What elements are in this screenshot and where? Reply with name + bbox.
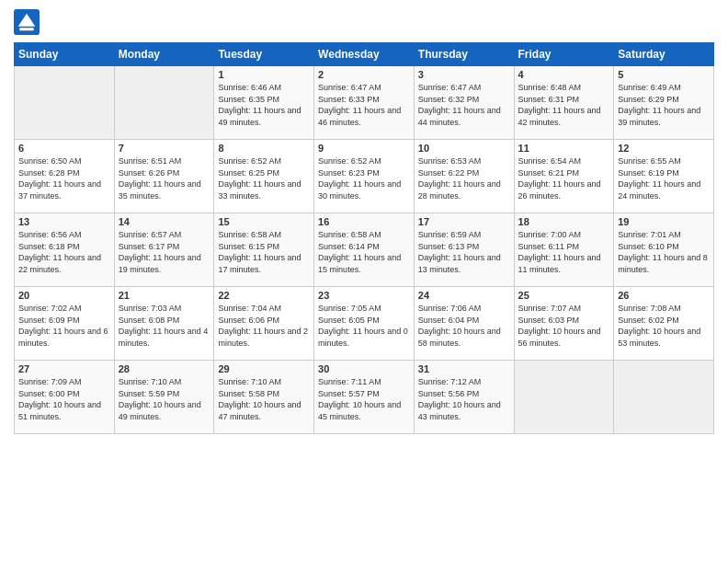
day-number: 13 (18, 216, 110, 227)
day-number: 31 (418, 363, 510, 374)
day-info: Sunrise: 6:56 AM Sunset: 6:18 PM Dayligh… (18, 229, 110, 275)
calendar-cell: 10Sunrise: 6:53 AM Sunset: 6:22 PM Dayli… (414, 140, 514, 213)
day-info: Sunrise: 6:52 AM Sunset: 6:25 PM Dayligh… (218, 155, 310, 201)
day-number: 20 (18, 290, 110, 301)
day-info: Sunrise: 7:10 AM Sunset: 5:58 PM Dayligh… (218, 376, 310, 422)
day-number: 14 (119, 216, 210, 227)
day-number: 3 (418, 69, 510, 80)
day-number: 17 (418, 216, 510, 227)
day-info: Sunrise: 6:58 AM Sunset: 6:14 PM Dayligh… (318, 229, 410, 275)
header-day: Wednesday (314, 43, 415, 66)
day-number: 8 (218, 143, 310, 154)
header-day: Monday (114, 43, 214, 66)
calendar-cell: 9Sunrise: 6:52 AM Sunset: 6:23 PM Daylig… (314, 140, 415, 213)
calendar-cell: 25Sunrise: 7:07 AM Sunset: 6:03 PM Dayli… (514, 287, 614, 361)
header-day: Saturday (614, 43, 714, 66)
day-number: 26 (618, 290, 710, 301)
logo (14, 9, 43, 35)
calendar-cell: 24Sunrise: 7:06 AM Sunset: 6:04 PM Dayli… (414, 287, 514, 361)
day-info: Sunrise: 6:52 AM Sunset: 6:23 PM Dayligh… (318, 155, 410, 201)
day-info: Sunrise: 7:05 AM Sunset: 6:05 PM Dayligh… (318, 303, 410, 349)
day-info: Sunrise: 7:12 AM Sunset: 5:56 PM Dayligh… (418, 376, 510, 422)
header-day: Friday (514, 43, 614, 66)
day-info: Sunrise: 7:09 AM Sunset: 6:00 PM Dayligh… (18, 376, 110, 422)
day-number: 4 (518, 69, 610, 80)
calendar-cell: 1Sunrise: 6:46 AM Sunset: 6:35 PM Daylig… (214, 66, 314, 140)
calendar-cell: 22Sunrise: 7:04 AM Sunset: 6:06 PM Dayli… (214, 287, 314, 361)
day-info: Sunrise: 6:47 AM Sunset: 6:33 PM Dayligh… (318, 82, 410, 128)
day-number: 25 (518, 290, 610, 301)
calendar-cell: 6Sunrise: 6:50 AM Sunset: 6:28 PM Daylig… (15, 140, 115, 213)
calendar-week-row: 27Sunrise: 7:09 AM Sunset: 6:00 PM Dayli… (15, 361, 714, 434)
calendar-cell: 12Sunrise: 6:55 AM Sunset: 6:19 PM Dayli… (614, 140, 714, 213)
calendar-cell: 4Sunrise: 6:48 AM Sunset: 6:31 PM Daylig… (514, 66, 614, 140)
day-number: 2 (318, 69, 410, 80)
day-info: Sunrise: 6:55 AM Sunset: 6:19 PM Dayligh… (618, 155, 710, 201)
calendar-cell: 21Sunrise: 7:03 AM Sunset: 6:08 PM Dayli… (114, 287, 214, 361)
calendar-cell (514, 361, 614, 434)
day-number: 1 (218, 69, 310, 80)
logo-icon (14, 9, 40, 35)
calendar-week-row: 13Sunrise: 6:56 AM Sunset: 6:18 PM Dayli… (15, 213, 714, 287)
day-info: Sunrise: 6:48 AM Sunset: 6:31 PM Dayligh… (518, 82, 610, 128)
day-info: Sunrise: 7:00 AM Sunset: 6:11 PM Dayligh… (518, 229, 610, 275)
calendar-cell: 3Sunrise: 6:47 AM Sunset: 6:32 PM Daylig… (414, 66, 514, 140)
day-info: Sunrise: 6:53 AM Sunset: 6:22 PM Dayligh… (418, 155, 510, 201)
day-number: 10 (418, 143, 510, 154)
header (14, 9, 714, 35)
day-number: 22 (218, 290, 310, 301)
day-number: 23 (318, 290, 410, 301)
day-info: Sunrise: 6:59 AM Sunset: 6:13 PM Dayligh… (418, 229, 510, 275)
svg-rect-2 (19, 28, 34, 30)
day-number: 18 (518, 216, 610, 227)
calendar-cell: 14Sunrise: 6:57 AM Sunset: 6:17 PM Dayli… (114, 213, 214, 287)
day-number: 24 (418, 290, 510, 301)
header-day: Thursday (414, 43, 514, 66)
calendar-cell: 29Sunrise: 7:10 AM Sunset: 5:58 PM Dayli… (214, 361, 314, 434)
calendar-cell (614, 361, 714, 434)
day-info: Sunrise: 6:46 AM Sunset: 6:35 PM Dayligh… (218, 82, 310, 128)
calendar-cell: 20Sunrise: 7:02 AM Sunset: 6:09 PM Dayli… (15, 287, 115, 361)
day-info: Sunrise: 7:07 AM Sunset: 6:03 PM Dayligh… (518, 303, 610, 349)
header-day: Sunday (15, 43, 115, 66)
calendar-cell: 17Sunrise: 6:59 AM Sunset: 6:13 PM Dayli… (414, 213, 514, 287)
day-info: Sunrise: 6:58 AM Sunset: 6:15 PM Dayligh… (218, 229, 310, 275)
calendar-week-row: 6Sunrise: 6:50 AM Sunset: 6:28 PM Daylig… (15, 140, 714, 213)
day-info: Sunrise: 7:04 AM Sunset: 6:06 PM Dayligh… (218, 303, 310, 349)
day-info: Sunrise: 7:08 AM Sunset: 6:02 PM Dayligh… (618, 303, 710, 349)
day-info: Sunrise: 6:51 AM Sunset: 6:26 PM Dayligh… (119, 155, 210, 201)
day-info: Sunrise: 7:01 AM Sunset: 6:10 PM Dayligh… (618, 229, 710, 275)
day-number: 28 (119, 363, 210, 374)
calendar-cell (15, 66, 115, 140)
day-number: 16 (318, 216, 410, 227)
calendar-table: SundayMondayTuesdayWednesdayThursdayFrid… (14, 42, 714, 434)
day-number: 9 (318, 143, 410, 154)
calendar-cell: 23Sunrise: 7:05 AM Sunset: 6:05 PM Dayli… (314, 287, 415, 361)
day-info: Sunrise: 6:57 AM Sunset: 6:17 PM Dayligh… (119, 229, 210, 275)
calendar-cell: 13Sunrise: 6:56 AM Sunset: 6:18 PM Dayli… (15, 213, 115, 287)
calendar-cell: 7Sunrise: 6:51 AM Sunset: 6:26 PM Daylig… (114, 140, 214, 213)
day-number: 19 (618, 216, 710, 227)
calendar-cell: 31Sunrise: 7:12 AM Sunset: 5:56 PM Dayli… (414, 361, 514, 434)
calendar-week-row: 20Sunrise: 7:02 AM Sunset: 6:09 PM Dayli… (15, 287, 714, 361)
day-info: Sunrise: 6:47 AM Sunset: 6:32 PM Dayligh… (418, 82, 510, 128)
day-info: Sunrise: 7:11 AM Sunset: 5:57 PM Dayligh… (318, 376, 410, 422)
day-number: 11 (518, 143, 610, 154)
calendar-week-row: 1Sunrise: 6:46 AM Sunset: 6:35 PM Daylig… (15, 66, 714, 140)
day-info: Sunrise: 7:02 AM Sunset: 6:09 PM Dayligh… (18, 303, 110, 349)
calendar-cell: 26Sunrise: 7:08 AM Sunset: 6:02 PM Dayli… (614, 287, 714, 361)
calendar-cell (114, 66, 214, 140)
day-info: Sunrise: 7:10 AM Sunset: 5:59 PM Dayligh… (119, 376, 210, 422)
calendar-cell: 19Sunrise: 7:01 AM Sunset: 6:10 PM Dayli… (614, 213, 714, 287)
day-number: 29 (218, 363, 310, 374)
header-day: Tuesday (214, 43, 314, 66)
day-info: Sunrise: 7:03 AM Sunset: 6:08 PM Dayligh… (119, 303, 210, 349)
day-number: 30 (318, 363, 410, 374)
calendar-cell: 11Sunrise: 6:54 AM Sunset: 6:21 PM Dayli… (514, 140, 614, 213)
calendar-cell: 2Sunrise: 6:47 AM Sunset: 6:33 PM Daylig… (314, 66, 415, 140)
calendar-cell: 28Sunrise: 7:10 AM Sunset: 5:59 PM Dayli… (114, 361, 214, 434)
calendar-cell: 30Sunrise: 7:11 AM Sunset: 5:57 PM Dayli… (314, 361, 415, 434)
calendar-header: SundayMondayTuesdayWednesdayThursdayFrid… (15, 43, 714, 66)
calendar-cell: 16Sunrise: 6:58 AM Sunset: 6:14 PM Dayli… (314, 213, 415, 287)
calendar-cell: 15Sunrise: 6:58 AM Sunset: 6:15 PM Dayli… (214, 213, 314, 287)
